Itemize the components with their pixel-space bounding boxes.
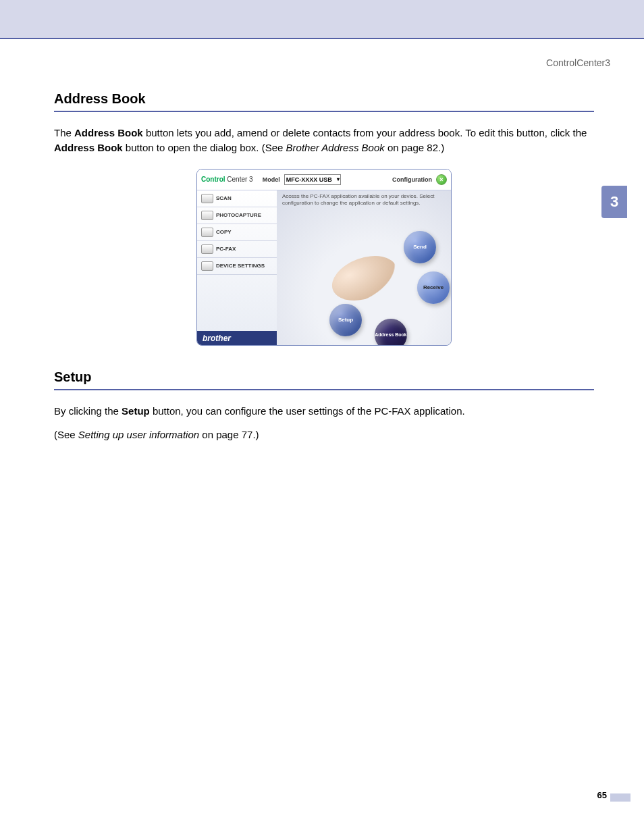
device-settings-icon (201, 261, 213, 271)
heading-address-book: Address Book (54, 91, 594, 112)
screenshot-description: Access the PC-FAX application available … (282, 193, 446, 207)
nav-photocapture[interactable]: PHOTOCAPTURE (197, 207, 277, 224)
page-number: 65 (597, 790, 607, 800)
paragraph-address-book: The Address Book button lets you add, am… (54, 126, 594, 155)
nav-scan[interactable]: SCAN (197, 190, 277, 207)
app-logo: Control Center 3 (201, 176, 253, 183)
scan-icon (201, 194, 213, 203)
screenshot-header: Control Center 3 Model MFC-XXXX USB Conf… (197, 170, 451, 190)
photocapture-icon (201, 211, 213, 220)
close-icon[interactable]: × (436, 174, 447, 185)
orb-send[interactable]: Send (404, 231, 436, 263)
running-header: ControlCenter3 (546, 57, 610, 68)
paragraph-setup-2: (See Setting up user information on page… (54, 427, 594, 442)
footer-accent-bar (610, 793, 630, 802)
model-dropdown[interactable]: MFC-XXXX USB (284, 174, 341, 185)
nav-pcfax[interactable]: PC-FAX (197, 241, 277, 258)
nav-copy[interactable]: COPY (197, 224, 277, 241)
heading-setup: Setup (54, 369, 594, 390)
screenshot-main: Access the PC-FAX application available … (277, 190, 451, 346)
configuration-link[interactable]: Configuration (392, 176, 432, 183)
nav-device-settings[interactable]: DEVICE SETTINGS (197, 258, 277, 275)
orb-address-book[interactable]: Address Book (375, 319, 407, 346)
orb-setup[interactable]: Setup (329, 304, 362, 336)
page-content: Address Book The Address Book button let… (54, 91, 594, 452)
chapter-tab: 3 (601, 186, 627, 218)
paragraph-setup-1: By clicking the Setup button, you can co… (54, 404, 594, 419)
screenshot-controlcenter: Control Center 3 Model MFC-XXXX USB Conf… (196, 169, 452, 346)
page-top-bar (0, 0, 644, 39)
orb-receive[interactable]: Receive (417, 271, 450, 304)
pcfax-icon (201, 244, 213, 254)
copy-icon (201, 228, 213, 237)
screenshot-body: SCAN PHOTOCAPTURE COPY PC-FAX DEVICE SET… (197, 190, 451, 346)
screenshot-sidebar: SCAN PHOTOCAPTURE COPY PC-FAX DEVICE SET… (197, 190, 277, 346)
model-label: Model (263, 176, 280, 183)
hand-graphic (326, 247, 403, 309)
brand-footer: brother (197, 331, 277, 346)
